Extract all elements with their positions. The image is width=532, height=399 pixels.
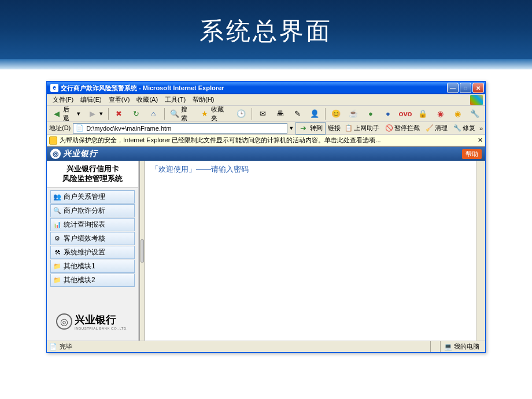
mail-button[interactable]: ✉ [254, 107, 271, 121]
stop-icon: ✖ [114, 109, 124, 119]
address-input[interactable]: 📄 D:\mydoc\kv+\mainFrame.htm [73, 123, 287, 134]
ext-icon-7[interactable]: ◉ [432, 107, 448, 121]
sidebar-item-5[interactable]: 📁其他模块1 [50, 260, 135, 273]
pause-icon: 🚫 [385, 124, 393, 132]
computer-icon: 💻 [444, 343, 452, 350]
stop-button[interactable]: ✖ [111, 107, 127, 121]
maximize-button[interactable]: □ [460, 83, 471, 93]
search-icon: 🔍 [169, 109, 179, 119]
separator [325, 108, 326, 120]
menu-item-icon: 📊 [53, 220, 61, 228]
sidebar: 兴业银行信用卡 风险监控管理系统 👥商户关系管理🔍商户欺诈分析📊统计查询报表⚙客… [47, 161, 139, 341]
address-label: 地址(D) [49, 124, 71, 132]
sidebar-item-2[interactable]: 📊统计查询报表 [50, 218, 135, 231]
history-icon: 🕒 [236, 109, 246, 119]
mail-icon: ✉ [257, 109, 268, 119]
close-button[interactable]: ✕ [472, 83, 484, 93]
edit-icon: ✎ [292, 109, 302, 119]
links-expand[interactable]: » [479, 125, 483, 132]
edit-button[interactable]: ✎ [289, 107, 305, 121]
msn-icon: 👤 [309, 109, 320, 119]
window-title: 交行商户欺诈风险预警系统 - Microsoft Internet Explor… [61, 84, 224, 93]
windows-logo-icon [470, 95, 483, 105]
refresh-icon: ↻ [131, 109, 142, 119]
ext-icon-8[interactable]: ◉ [449, 107, 466, 121]
back-button[interactable]: ◀ 后退 ▾ [49, 104, 83, 124]
ext-icon-3[interactable]: ● [363, 107, 379, 121]
ext-icon: ovo [400, 109, 411, 119]
security-infobar[interactable]: 为帮助保护您的安全，Internet Explorer 已经限制此文件显示可能访… [47, 135, 485, 146]
address-dropdown[interactable]: ▾ [290, 124, 293, 132]
minimize-button[interactable]: — [447, 83, 459, 93]
infobar-close[interactable]: ✕ [478, 136, 483, 144]
ext-icon: 🔒 [418, 109, 428, 119]
refresh-button[interactable]: ↻ [128, 107, 145, 121]
ext-icon-5[interactable]: ovo [397, 107, 413, 121]
go-label: 转到 [310, 124, 323, 132]
sidebar-item-1[interactable]: 🔍商户欺诈分析 [50, 204, 135, 217]
ie-icon: e [50, 84, 58, 92]
ext-icon-9[interactable]: 🔧 [467, 107, 483, 121]
menu-item-label: 商户关系管理 [64, 192, 105, 202]
print-button[interactable]: 🖶 [272, 107, 288, 121]
menu-item-label: 其他模块2 [64, 275, 95, 285]
zone-cell: 💻 我的电脑 [440, 341, 483, 352]
menu-item-icon: 👥 [53, 193, 61, 201]
forward-arrow-icon: ▶ [87, 109, 98, 119]
go-button[interactable]: ➜转到 [295, 122, 326, 135]
menu-view[interactable]: 查看(V) [105, 94, 134, 105]
ext-icon-6[interactable]: 🔒 [415, 107, 431, 121]
ext-icon: ● [365, 109, 376, 119]
link-repair[interactable]: 🔧修复 [452, 124, 477, 132]
sidebar-item-4[interactable]: 🛠系统维护设置 [50, 246, 135, 259]
star-icon: ★ [200, 109, 210, 119]
favorites-button[interactable]: ★收藏夹 [197, 104, 232, 124]
bank-footer: ◎ 兴业银行 INDUSTRIAL BANK CO.,LTD. [56, 313, 128, 330]
scrollbar[interactable] [476, 161, 485, 341]
menu-item-label: 客户绩效考核 [64, 234, 105, 243]
ext-icon: ◉ [435, 109, 445, 119]
window-controls: — □ ✕ [447, 83, 484, 93]
sidebar-item-6[interactable]: 📁其他模块2 [50, 274, 135, 287]
sidebar-item-3[interactable]: ⚙客户绩效考核 [50, 232, 135, 245]
splitter[interactable] [139, 161, 145, 341]
history-button[interactable]: 🕒 [233, 107, 249, 121]
ext-icon-1[interactable]: 😊 [328, 107, 344, 121]
separator [252, 108, 252, 120]
ext-icon: 🔧 [470, 109, 480, 119]
sidebar-item-0[interactable]: 👥商户关系管理 [50, 190, 135, 204]
link-assist[interactable]: 📋上网助手 [343, 124, 381, 132]
splitter-handle-icon [141, 239, 144, 263]
infobar-text: 为帮助保护您的安全，Internet Explorer 已经限制此文件显示可能访… [60, 136, 381, 145]
chevron-down-icon: ▾ [99, 110, 103, 117]
ext-icon: 😊 [331, 109, 341, 119]
help-button[interactable]: 帮助 [462, 149, 482, 159]
sidebar-title: 兴业银行信用卡 风险监控管理系统 [47, 161, 138, 188]
menu-item-label: 系统维护设置 [64, 247, 105, 257]
footer-bank-name: 兴业银行 [75, 313, 128, 327]
app-frame: ◎ 兴业银行 帮助 兴业银行信用卡 风险监控管理系统 👥商户关系管理🔍商户欺诈分… [47, 146, 485, 341]
zone-text: 我的电脑 [454, 342, 479, 351]
ext-icon: ◉ [452, 109, 463, 119]
msn-button[interactable]: 👤 [306, 107, 323, 121]
menu-item-label: 商户欺诈分析 [64, 206, 105, 216]
link-clean[interactable]: 🧹清理 [424, 124, 449, 132]
bank-name: 兴业银行 [63, 149, 98, 159]
done-icon: 📄 [49, 343, 57, 351]
ext-icon-4[interactable]: ● [380, 107, 396, 121]
forward-button[interactable]: ▶▾ [84, 107, 106, 121]
search-label: 搜索 [181, 105, 193, 123]
status-cell [430, 341, 438, 352]
home-icon: ⌂ [149, 109, 159, 119]
search-button[interactable]: 🔍搜索 [167, 104, 195, 124]
link-pause[interactable]: 🚫暂停拦截 [383, 124, 422, 132]
menu-favorites[interactable]: 收藏(A) [133, 94, 161, 105]
page-icon: 📄 [76, 124, 84, 132]
ie-window: e 交行商户欺诈风险预警系统 - Microsoft Internet Expl… [46, 81, 486, 353]
menu-item-icon: ⚙ [53, 234, 61, 242]
ext-icon-2[interactable]: ☕ [345, 107, 361, 121]
home-button[interactable]: ⌂ [146, 107, 162, 121]
titlebar[interactable]: e 交行商户欺诈风险预警系统 - Microsoft Internet Expl… [47, 82, 485, 94]
footer-bank-sub: INDUSTRIAL BANK CO.,LTD. [75, 327, 128, 330]
toolbar: ◀ 后退 ▾ ▶▾ ✖ ↻ ⌂ 🔍搜索 ★收藏夹 🕒 ✉ 🖶 ✎ 👤 😊 ☕ ●… [47, 106, 485, 122]
